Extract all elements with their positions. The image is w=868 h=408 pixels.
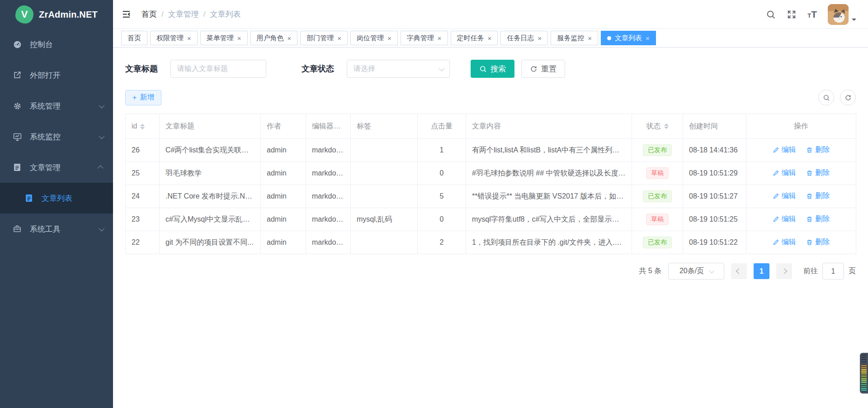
sidebar-item-system-admin[interactable]: 系统管理 [0,90,113,121]
breadcrumb-home[interactable]: 首页 [142,9,157,19]
goto-page: 前往 页 [803,263,856,280]
col-tags: 标签 [351,114,418,139]
toggle-search-button[interactable] [818,90,834,105]
chevron-up-icon [99,163,103,172]
col-id: id [126,114,160,139]
goto-page-input[interactable] [822,263,844,280]
close-icon[interactable]: × [387,35,392,42]
logo-icon: V [15,5,33,24]
tab-article-list[interactable]: 文章列表× [601,31,656,45]
refresh-table-button[interactable] [840,90,856,105]
tab-department[interactable]: 部门管理× [300,31,348,45]
close-icon[interactable]: × [237,35,241,42]
pencil-icon [773,239,779,246]
collapse-sidebar-icon[interactable] [121,9,132,19]
article-title-input[interactable] [170,60,266,78]
sidebar-item-external-open[interactable]: 外部打开 [0,60,113,90]
prev-page-button[interactable] [731,263,747,279]
delete-button[interactable]: 删除 [806,191,830,201]
delete-button[interactable]: 删除 [806,168,830,178]
edit-button[interactable]: 编辑 [773,168,796,178]
page-size-select[interactable]: 20条/页 [668,263,724,280]
reset-button[interactable]: 重置 [521,60,565,78]
chevron-down-icon [709,268,714,273]
avatar[interactable] [828,4,849,25]
dashboard-icon [12,40,23,49]
sort-icon[interactable] [664,123,669,129]
breadcrumb-section: 文章管理 [168,9,199,19]
delete-button[interactable]: 删除 [806,145,830,155]
tab-dictionary[interactable]: 字典管理× [401,31,448,45]
page-content: 文章标题 文章状态 请选择 搜索 重置 + 新增 [113,47,868,408]
main-area: 首页 / 文章管理 / 文章列表 TT 首页 [113,0,868,408]
delete-button[interactable]: 删除 [806,214,830,224]
sort-icon[interactable] [140,124,145,129]
close-icon[interactable]: × [538,35,542,42]
tab-service-monitor[interactable]: 服务监控× [551,31,598,45]
delete-button[interactable]: 删除 [806,237,830,247]
col-content: 文章内容 [466,114,632,139]
table-row: 23 c#写入Mysql中文显示乱码 ... admin markdown my… [126,208,856,231]
close-icon[interactable]: × [288,35,292,42]
table-row: 24 .NET Core 发布时提示.NET... admin markdown… [126,185,856,208]
col-editor-type: 编辑器类型 [306,114,351,139]
edit-button[interactable]: 编辑 [773,145,796,155]
close-icon[interactable]: × [646,35,650,42]
edit-button[interactable]: 编辑 [773,191,796,201]
tab-user-role[interactable]: 用户角色× [250,31,298,45]
monitor-icon [12,132,23,142]
search-icon[interactable] [766,9,776,19]
pencil-icon [773,193,779,199]
trash-icon [806,239,813,246]
next-page-button[interactable] [776,263,792,279]
breadcrumb-separator: / [203,10,206,19]
tab-menu-admin[interactable]: 菜单管理× [200,31,248,45]
active-dot [607,36,611,40]
sidebar-item-dashboard[interactable]: 控制台 [0,29,113,60]
sidebar-item-system-monitor[interactable]: 系统监控 [0,121,113,152]
search-button[interactable]: 搜索 [471,60,514,78]
tab-task-log[interactable]: 任务日志× [500,31,548,45]
pencil-icon [773,147,779,153]
tab-home[interactable]: 首页 [121,31,147,45]
breadcrumb-page: 文章列表 [210,9,241,19]
edge-toolbar-stripes [861,364,867,391]
page-number-1[interactable]: 1 [754,263,769,279]
article-status-select[interactable]: 请选择 [347,60,450,78]
close-icon[interactable]: × [588,35,592,42]
sidebar: V ZrAdmin.NET 控制台 外部打开 系统管理 [0,0,113,408]
trash-icon [806,193,813,199]
app-logo[interactable]: V ZrAdmin.NET [0,0,113,29]
tab-permission[interactable]: 权限管理× [150,31,198,45]
page-unit-label: 页 [849,266,856,276]
toolbox-icon [12,224,23,233]
sidebar-item-article-list[interactable]: 文章列表 [0,183,113,213]
chevron-left-icon [736,268,742,274]
close-icon[interactable]: × [337,35,341,42]
caret-down-icon [852,19,856,23]
edit-button[interactable]: 编辑 [773,214,796,224]
search-icon [823,94,830,101]
close-icon[interactable]: × [187,35,191,42]
col-hits: 点击量 [418,114,466,139]
edge-toolbar-handle[interactable] [860,353,868,394]
fullscreen-icon[interactable] [787,9,797,19]
sidebar-item-article-admin[interactable]: 文章管理 [0,152,113,183]
add-button[interactable]: + 新增 [125,90,161,105]
breadcrumb-separator: / [161,10,164,19]
tab-scheduled-task[interactable]: 定时任务× [451,31,498,45]
edit-button[interactable]: 编辑 [773,237,796,247]
sidebar-item-label: 外部打开 [30,70,61,81]
user-menu[interactable] [828,4,856,25]
table-tools [818,90,856,105]
font-size-icon[interactable]: TT [807,9,817,19]
trash-icon [806,216,813,223]
topbar: 首页 / 文章管理 / 文章列表 TT [113,0,868,29]
goto-label: 前往 [803,266,818,276]
table-row: 25 羽毛球教学 admin markdown 0 #羽毛球拍参数说明 ## 中… [126,162,856,185]
close-icon[interactable]: × [488,35,492,42]
sidebar-item-system-tools[interactable]: 系统工具 [0,213,113,244]
close-icon[interactable]: × [438,35,442,42]
tab-post[interactable]: 岗位管理× [350,31,398,45]
refresh-icon [844,94,852,101]
